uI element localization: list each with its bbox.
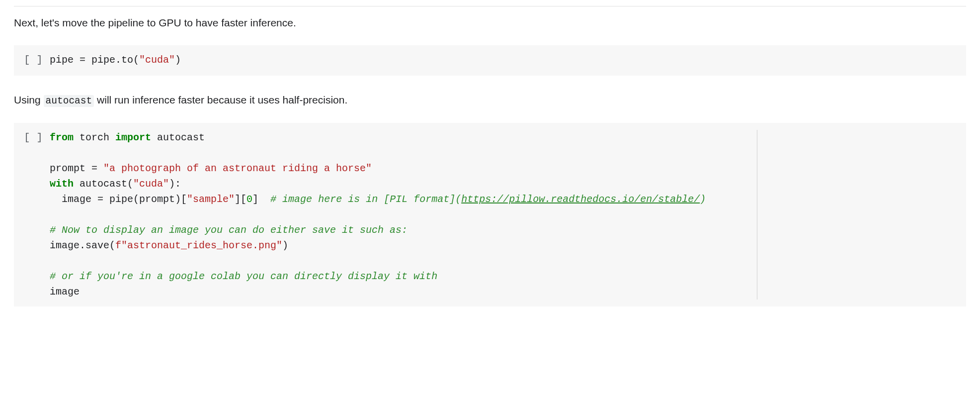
code-keyword: from — [50, 132, 74, 143]
execution-indicator[interactable]: [ ] — [14, 130, 50, 146]
code-string: "cuda" — [139, 54, 175, 66]
code-token: pipe = pipe.to( — [50, 54, 139, 66]
code-token: autocast( — [74, 178, 133, 190]
inline-code: autocast — [44, 95, 94, 107]
comment-text: # image here is in [PIL format]( — [270, 194, 461, 205]
code-keyword: import — [115, 132, 151, 143]
text-cell-gpu-intro: Next, let's move the pipeline to GPU to … — [14, 15, 966, 30]
code-token: torch — [74, 132, 115, 143]
text: will run inference faster because it use… — [94, 94, 347, 105]
code-editor[interactable]: pipe = pipe.to("cuda") — [50, 52, 966, 68]
code-string: f"astronaut_rides_horse.png" — [115, 240, 282, 251]
code-string: "sample" — [187, 194, 235, 205]
text: Using — [14, 94, 44, 105]
code-token: image — [50, 286, 80, 298]
text: Next, let's move the pipeline to GPU to … — [14, 17, 296, 28]
code-token: ) — [175, 54, 181, 66]
code-number: 0 — [246, 194, 252, 205]
minimap-divider — [757, 130, 757, 300]
code-token: image.save( — [50, 240, 115, 251]
code-string: "a photograph of an astronaut riding a h… — [103, 163, 372, 174]
code-token: ] — [252, 194, 270, 205]
code-cell-pipe-to-cuda[interactable]: [ ] pipe = pipe.to("cuda") — [14, 45, 966, 76]
execution-indicator[interactable]: [ ] — [14, 52, 50, 69]
code-token: ) — [282, 240, 288, 251]
code-token: ][ — [235, 194, 246, 205]
code-comment: # Now to display an image you can do eit… — [50, 224, 408, 236]
code-token: prompt = — [50, 163, 103, 174]
code-comment: # image here is in [PIL format](https://… — [270, 194, 706, 205]
code-keyword: with — [50, 178, 74, 190]
code-editor[interactable]: from torch import autocast prompt = "a p… — [50, 130, 966, 300]
code-token: autocast — [151, 132, 205, 143]
text-cell-autocast: Using autocast will run inference faster… — [14, 93, 966, 108]
code-string: "cuda" — [133, 178, 169, 190]
comment-text: ) — [700, 194, 706, 205]
divider — [14, 6, 966, 6]
comment-link[interactable]: https://pillow.readthedocs.io/en/stable/ — [461, 194, 700, 205]
code-cell-autocast-sample[interactable]: [ ] from torch import autocast prompt = … — [14, 123, 966, 306]
code-token: image = pipe(prompt)[ — [50, 194, 187, 205]
code-token: ): — [169, 178, 181, 190]
code-comment: # or if you're in a google colab you can… — [50, 271, 443, 282]
